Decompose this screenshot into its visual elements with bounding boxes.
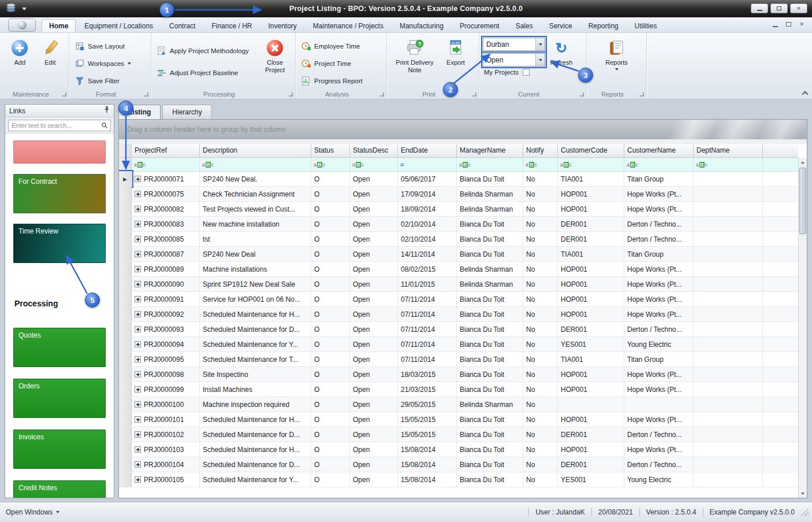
cell-enddate[interactable]: 21/03/2015 (398, 382, 457, 397)
cell-deptname[interactable] (694, 277, 763, 291)
cell-statusdesc[interactable]: Open (350, 262, 398, 276)
sidebar-shortcut-orders[interactable]: Orders (13, 379, 106, 418)
cell-managername[interactable]: Bianca Du Toit (457, 352, 523, 366)
cell-customername[interactable]: Derton / Techno... (624, 322, 694, 336)
cell-description[interactable]: Check Technician Assignment (200, 187, 311, 201)
cell-status[interactable]: O (311, 292, 350, 306)
expand-row-icon[interactable] (135, 251, 141, 257)
expand-row-icon[interactable] (135, 476, 141, 483)
cell-customercode[interactable]: HOP001 (558, 187, 624, 201)
cell-notify[interactable]: No (523, 427, 558, 442)
cell-description[interactable]: Scheduled Maintenance for T... (200, 352, 311, 366)
cell-deptname[interactable] (694, 397, 763, 412)
column-header-projectref[interactable]: ProjectRef (132, 144, 200, 157)
cell-customername[interactable]: Titan Group (624, 247, 694, 261)
dialog-launcher-icon[interactable] (380, 92, 384, 97)
expand-row-icon[interactable] (135, 446, 141, 453)
filter-cell-description[interactable]: aBc (200, 158, 311, 171)
cell-status[interactable]: O (311, 202, 350, 216)
cell-projectref[interactable]: PRJ0000104 (132, 457, 200, 472)
cell-projectref[interactable]: PRJ0000101 (132, 412, 200, 427)
expand-row-icon[interactable] (135, 176, 141, 182)
row-selector[interactable] (119, 322, 132, 336)
cell-notify[interactable]: No (523, 172, 558, 186)
grid-row-PRJ0000100[interactable]: PRJ0000100Machine inspection requiredOOp… (119, 397, 798, 412)
dialog-launcher-icon[interactable] (144, 92, 148, 97)
cell-customercode[interactable]: TIA001 (558, 352, 624, 366)
row-selector[interactable] (119, 412, 132, 427)
grid-row-PRJ0000089[interactable]: PRJ0000089Machine installationsOOpen08/0… (119, 262, 798, 277)
cell-customercode[interactable]: DER001 (558, 322, 624, 336)
row-selector[interactable] (119, 307, 132, 321)
cell-projectref[interactable]: PRJ0000105 (132, 472, 200, 487)
ribbon-tab-sales[interactable]: Sales (508, 19, 541, 32)
print-delivery-note-button[interactable]: ? Print Delivery Note (390, 36, 439, 74)
expand-row-icon[interactable] (135, 401, 141, 408)
grid-row-PRJ0000075[interactable]: PRJ0000075Check Technician AssignmentOOp… (119, 187, 798, 202)
site-select[interactable]: Durban (483, 38, 545, 51)
pin-icon[interactable] (104, 106, 110, 115)
cell-enddate[interactable]: 17/09/2014 (398, 187, 457, 201)
save-layout-button[interactable]: Save Layout (73, 40, 147, 52)
expand-row-icon[interactable] (135, 236, 141, 242)
ribbon-tab-procurement[interactable]: Procurement (452, 19, 507, 32)
cell-deptname[interactable] (694, 202, 763, 216)
cell-statusdesc[interactable]: Open (350, 202, 398, 216)
cell-managername[interactable]: Bianca Du Toit (457, 442, 523, 457)
cell-managername[interactable]: Bianca Du Toit (457, 382, 523, 397)
cell-description[interactable]: Scheduled Maintenance for D... (200, 427, 311, 442)
ribbon-tab-equipment-locations[interactable]: Equipment / Locations (77, 19, 161, 32)
cell-deptname[interactable] (694, 172, 763, 186)
cell-status[interactable]: O (311, 232, 350, 246)
expand-row-icon[interactable] (135, 206, 141, 212)
cell-customercode[interactable]: HOP001 (558, 412, 624, 427)
cell-enddate[interactable]: 18/09/2014 (398, 202, 457, 216)
expand-row-icon[interactable] (135, 281, 141, 287)
cell-deptname[interactable] (694, 472, 763, 487)
cell-enddate[interactable]: 15/08/2014 (398, 472, 457, 487)
row-selector[interactable] (119, 292, 132, 306)
cell-status[interactable]: O (311, 322, 350, 336)
row-selector[interactable] (119, 382, 132, 397)
scrollbar-thumb[interactable] (799, 168, 806, 234)
close-project-button[interactable]: Close Project (258, 36, 292, 79)
grid-row-PRJ0000101[interactable]: PRJ0000101Scheduled Maintenance for H...… (119, 412, 798, 427)
dialog-launcher-icon[interactable] (289, 92, 293, 97)
cell-statusdesc[interactable]: Open (350, 457, 398, 472)
cell-customername[interactable]: Hope Works (Pt... (624, 367, 694, 382)
grid-row-PRJ0000093[interactable]: PRJ0000093Scheduled Maintenance for D...… (119, 322, 798, 337)
cell-description[interactable]: Machine installations (200, 262, 311, 276)
cell-customername[interactable]: Hope Works (Pt... (624, 442, 694, 457)
ribbon-tab-manufacturing[interactable]: Manufacturing (392, 19, 451, 32)
cell-customername[interactable]: Hope Works (Pt... (624, 262, 694, 276)
cell-deptname[interactable] (694, 262, 763, 276)
cell-enddate[interactable]: 07/11/2014 (398, 352, 457, 366)
filter-cell-deptname[interactable]: aBc (694, 158, 763, 171)
grid-row-PRJ0000071[interactable]: ▶PRJ0000071SP240 New Deal.OOpen05/06/201… (119, 172, 798, 187)
grid-row-PRJ0000099[interactable]: PRJ0000099Install MachinesOOpen21/03/201… (119, 382, 798, 397)
cell-notify[interactable]: No (523, 232, 558, 246)
cell-managername[interactable]: Bianca Du Toit (457, 172, 523, 186)
cell-statusdesc[interactable]: Open (350, 277, 398, 291)
cell-customername[interactable]: Hope Works (Pt... (624, 187, 694, 201)
sidebar-shortcut-for-contract[interactable]: For Contract (13, 174, 106, 213)
cell-projectref[interactable]: PRJ0000091 (132, 292, 200, 306)
grid-row-PRJ0000103[interactable]: PRJ0000103Scheduled Maintenance for H...… (119, 442, 798, 457)
cell-managername[interactable]: Belinda Sharman (457, 187, 523, 201)
cell-description[interactable]: Scheduled Maintenance for H... (200, 412, 311, 427)
filter-cell-enddate[interactable]: = (398, 158, 457, 171)
cell-customercode[interactable]: HOP001 (558, 307, 624, 321)
cell-projectref[interactable]: PRJ0000075 (132, 187, 200, 201)
cell-enddate[interactable]: 07/11/2014 (398, 307, 457, 321)
reports-button[interactable]: Reports (597, 36, 637, 71)
column-header-managername[interactable]: ManagerName (457, 144, 523, 157)
cell-customercode[interactable]: HOP001 (558, 382, 624, 397)
expand-row-icon[interactable] (135, 326, 141, 332)
cell-deptname[interactable] (694, 187, 763, 201)
sidebar-shortcut-quotes[interactable]: Quotes (13, 328, 106, 367)
cell-enddate[interactable]: 15/05/2015 (398, 427, 457, 442)
ribbon-tab-finance-hr[interactable]: Finance / HR (204, 19, 259, 32)
cell-customercode[interactable]: HOP001 (558, 292, 624, 306)
edit-button[interactable]: Edit (35, 36, 66, 66)
cell-managername[interactable]: Bianca Du Toit (457, 427, 523, 442)
